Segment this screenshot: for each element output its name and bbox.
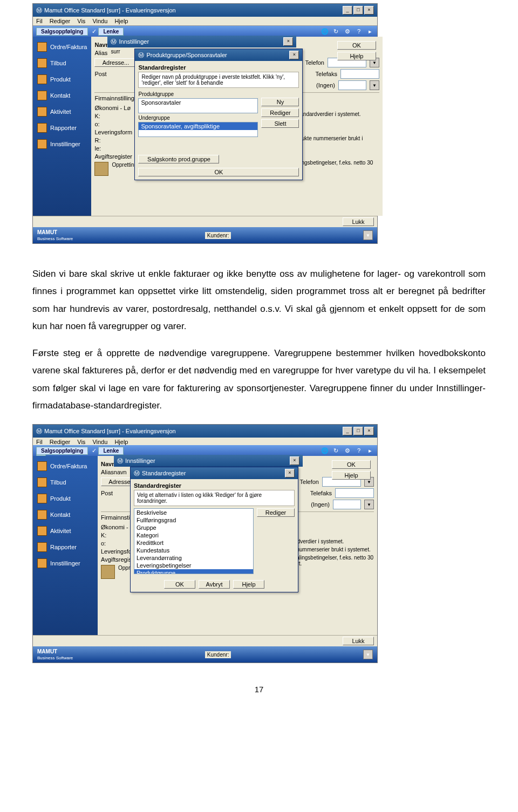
help-icon[interactable]: ? [355,28,363,35]
ok-button[interactable]: OK [332,460,371,469]
menu-vis[interactable]: Vis [77,439,85,445]
tax-icon [94,162,108,176]
sidebar-item-rapporter[interactable]: Rapporter [33,539,98,555]
sidebar-item-innstillinger[interactable]: Innstillinger [33,136,91,152]
list-item[interactable]: Leverandørrating [134,554,253,562]
menu-rediger[interactable]: Rediger [50,439,71,445]
dropdown-arrow-icon[interactable]: ▼ [363,230,373,240]
sidebar-item-kontakt[interactable]: Kontakt [33,507,98,523]
menu-vindu[interactable]: Vindu [92,439,107,445]
app-titlebar: Ⓜ Mamut Office Standard [surr] - Evaluer… [33,425,377,438]
list-item[interactable]: Sponsoravtaler, avgiftspliktige [139,122,257,130]
list-item[interactable]: Kategori [134,531,253,539]
list-item[interactable]: Kundestatus [134,547,253,554]
lukk-button[interactable]: Lukk [343,217,374,226]
list-item[interactable]: Kredittkort [134,539,253,547]
list-item[interactable]: Leveringsbetingelser [134,562,253,569]
tab-lenker[interactable]: Lenke [98,447,124,455]
sidebar-item-ordre[interactable]: Ordre/Faktura [33,458,98,474]
settings-icon [37,558,47,568]
menu-hjelp[interactable]: Hjelp [114,18,128,24]
dropdown-arrow-icon[interactable]: ▼ [370,80,379,90]
menu-vindu[interactable]: Vindu [92,18,107,24]
sidebar-item-innstillinger[interactable]: Innstillinger [33,555,98,571]
label-k: K: [94,113,105,119]
ny-button[interactable]: Ny [261,98,299,106]
globe-icon[interactable]: 🌐 [321,447,329,454]
status-kundenr: Kundenr: [205,232,231,239]
list-item[interactable]: Fullføringsgrad [134,516,253,524]
ok-button[interactable]: OK [164,580,195,589]
app-icon: Ⓜ [36,427,42,435]
sidebar-item-produkt[interactable]: Produkt [33,71,91,87]
tab-lenker[interactable]: Lenke [98,28,124,36]
menu-fil[interactable]: Fil [36,439,43,445]
dropdown-arrow-icon[interactable]: ▼ [363,650,373,659]
arrow-icon[interactable]: ▸ [366,447,374,454]
list-item[interactable]: Gruppe [134,524,253,531]
globe-icon[interactable]: 🌐 [321,28,329,35]
ingen-field[interactable] [333,500,361,509]
avbryt-button[interactable]: Avbryt [199,580,230,589]
sidebar-item-produkt[interactable]: Produkt [33,490,98,507]
salgskonto-button[interactable]: Salgskonto prod.gruppe [138,155,219,163]
hjelp-button[interactable]: Hjelp [332,471,371,480]
ingen-field[interactable] [338,80,366,90]
undergruppe-listbox[interactable]: Sponsoravtaler, avgiftspliktige [138,122,258,137]
refresh-icon[interactable]: ↻ [332,28,340,35]
standardregister-listbox[interactable]: Beskrivelse Fullføringsgrad Gruppe Kateg… [134,508,254,574]
sidebar-item-aktivitet[interactable]: Aktivitet [33,104,91,120]
minimize-button[interactable]: _ [343,6,352,15]
sidebar-item-rapporter[interactable]: Rapporter [33,120,91,136]
menu-vis[interactable]: Vis [77,18,85,24]
slett-button[interactable]: Slett [261,119,299,128]
produktgruppe-listbox[interactable]: Sponsoravtaler [138,98,258,113]
minimize-button[interactable]: _ [343,427,352,435]
lukk-button[interactable]: Lukk [343,637,374,645]
sidebar-item-kontakt[interactable]: Kontakt [33,87,91,104]
ok-button[interactable]: OK [138,168,299,176]
hjelp-button[interactable]: Hjelp [233,580,264,589]
telefaks-field[interactable] [340,69,379,79]
brand-sub: Business Software [37,236,73,241]
menu-rediger[interactable]: Rediger [50,18,71,24]
tab-salgsoppfolging[interactable]: Salgsoppfølging [36,28,88,36]
close-button[interactable]: × [285,469,295,477]
tool-icon[interactable]: ⚙ [344,28,351,35]
close-button[interactable]: × [364,427,374,435]
list-item-selected[interactable]: Produktgruppe [134,569,253,574]
app-title: Mamut Office Standard [surr] - Evaluerin… [44,428,176,434]
sidebar-item-ordre[interactable]: Ordre/Faktura [33,39,91,55]
rediger-button[interactable]: Rediger [257,508,295,517]
list-item[interactable]: Sponsoravtaler [139,99,257,106]
ok-button[interactable]: OK [337,41,376,50]
close-button[interactable]: × [283,37,293,46]
rediger-button[interactable]: Rediger [261,108,299,117]
close-button[interactable]: × [290,456,299,465]
hjelp-button[interactable]: Hjelp [337,52,376,60]
sidebar-item-tilbud[interactable]: Tilbud [33,474,98,490]
paragraph-2: Første steg er å opprette de nødvendige … [32,345,486,414]
offer-icon [37,477,47,487]
tab-salgsoppfolging[interactable]: Salgsoppfølging [36,447,88,455]
menu-hjelp[interactable]: Hjelp [114,439,128,445]
tool-icon[interactable]: ⚙ [344,447,351,454]
help-icon[interactable]: ? [355,447,363,454]
menu-fil[interactable]: Fil [36,18,43,24]
list-item[interactable]: Beskrivelse [134,509,253,516]
contact-icon [37,510,47,520]
close-button[interactable]: × [289,51,299,59]
arrow-icon[interactable]: ▸ [366,28,374,35]
label-avgiftsregister: Avgiftsregister [94,153,138,160]
maximize-button[interactable]: □ [353,427,363,435]
dropdown-arrow-icon[interactable]: ▼ [364,500,374,509]
menubar: Fil Rediger Vis Vindu Hjelp [33,17,377,26]
sidebar-item-tilbud[interactable]: Tilbud [33,55,91,71]
close-button[interactable]: × [364,6,374,15]
sidebar-label: Produkt [50,495,71,502]
refresh-icon[interactable]: ↻ [332,447,340,454]
sidebar-item-aktivitet[interactable]: Aktivitet [33,523,98,539]
telefaks-field[interactable] [335,488,374,498]
adresse-button[interactable]: Adresse... [94,58,137,67]
maximize-button[interactable]: □ [353,6,363,15]
